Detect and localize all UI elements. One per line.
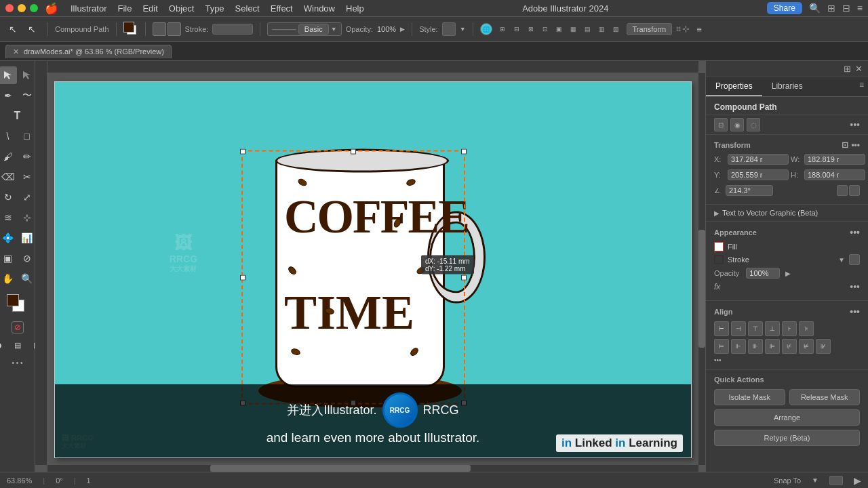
draw-mode-normal[interactable] xyxy=(153,22,166,36)
w-value-input[interactable] xyxy=(804,154,865,165)
text-to-vector-section[interactable]: ▶ Text to Vector Graphic (Beta) xyxy=(706,205,868,222)
tab-libraries[interactable]: Libraries xyxy=(762,77,812,96)
angle-input[interactable] xyxy=(726,185,773,196)
align-bottom-edge[interactable]: ⊧ xyxy=(799,321,814,336)
stroke-options-icon[interactable] xyxy=(849,254,860,265)
distribute-right[interactable]: ⊪ xyxy=(748,339,763,354)
align-top-edge[interactable]: ⊥ xyxy=(765,321,780,336)
transform-flip-h-icon[interactable] xyxy=(837,185,848,196)
status-more-icon[interactable]: ▶ xyxy=(854,475,861,486)
align-left-icon[interactable]: ⊞ xyxy=(496,23,509,35)
share-button[interactable]: Share xyxy=(767,2,802,14)
opacity-expand-icon[interactable]: ▶ xyxy=(400,26,405,33)
y-value-input[interactable] xyxy=(728,169,789,180)
basic-mode-selector[interactable]: Basic xyxy=(298,24,329,35)
symbol-sprayer-tool[interactable]: 💠 xyxy=(0,229,17,247)
foreground-color-swatch[interactable] xyxy=(7,294,19,306)
select-tool-icon[interactable]: ↖ xyxy=(4,20,22,38)
paintbrush-tool[interactable]: 🖌 xyxy=(0,148,17,165)
curvature-tool[interactable]: 〜 xyxy=(18,87,36,104)
draw-mode-behind[interactable] xyxy=(167,22,181,36)
horizontal-scrollbar[interactable] xyxy=(47,465,698,472)
menu-window[interactable]: Window xyxy=(304,3,335,14)
eraser-tool[interactable]: ⌫ xyxy=(0,168,17,186)
align-more-icon[interactable]: ••• xyxy=(850,306,860,317)
mode-chevron-icon[interactable]: ▼ xyxy=(331,26,337,33)
align-bottom-icon[interactable]: ▦ xyxy=(568,23,580,35)
warp-tool[interactable]: ≋ xyxy=(0,209,17,226)
align-extra2-icon[interactable]: ▥ xyxy=(596,23,608,35)
globe-icon[interactable]: 🌐 xyxy=(480,23,492,35)
appearance-more-icon[interactable]: ••• xyxy=(850,227,860,238)
hand-tool[interactable]: ✋ xyxy=(0,270,17,287)
transform-button[interactable]: Transform xyxy=(627,23,673,35)
scroll-thumb-h[interactable] xyxy=(210,465,471,472)
file-tab[interactable]: ✕ drawModes.ai* @ 63.86 % (RGB/Preview) xyxy=(5,45,172,58)
align-extra3-icon[interactable]: ▧ xyxy=(610,23,623,35)
menu-illustrator[interactable]: Illustrator xyxy=(71,3,106,14)
scroll-thumb-v[interactable] xyxy=(698,230,705,347)
reshape-tool[interactable]: ⊹ xyxy=(18,209,36,226)
menu-help[interactable]: Help xyxy=(346,3,364,14)
opacity-input[interactable] xyxy=(746,268,780,279)
align-right-icon[interactable]: ⊠ xyxy=(525,23,537,35)
direct-select-icon[interactable]: ↖ xyxy=(23,20,41,38)
color-mode-icon[interactable]: ◑ xyxy=(0,336,7,354)
stroke-color-box[interactable] xyxy=(714,255,724,264)
rotate-tool[interactable]: ↻ xyxy=(0,188,17,206)
video-control-icon[interactable] xyxy=(829,476,843,485)
panel-icon[interactable]: ⊟ xyxy=(842,3,850,14)
align-h-center[interactable]: ⊣ xyxy=(731,321,746,336)
pattern-icon[interactable]: ▩ xyxy=(28,336,36,354)
menu-edit[interactable]: Edit xyxy=(142,3,157,14)
stroke-chevron-icon[interactable]: ▼ xyxy=(838,256,845,264)
snap-chevron-icon[interactable]: ▼ xyxy=(812,476,818,484)
qa-icon3[interactable]: ◌ xyxy=(747,118,760,131)
panel-close-icon[interactable]: ✕ xyxy=(855,64,863,74)
transform-more-icon[interactable]: ••• xyxy=(851,140,860,150)
h-value-input[interactable] xyxy=(804,169,865,180)
maximize-button[interactable] xyxy=(30,4,38,12)
menu-object[interactable]: Object xyxy=(169,3,195,14)
close-tab-icon[interactable]: ✕ xyxy=(13,47,19,56)
type-tool[interactable]: T xyxy=(9,107,26,125)
handle-tl[interactable] xyxy=(240,149,245,155)
align-right-edge[interactable]: ⊤ xyxy=(748,321,763,336)
align-center-icon[interactable]: ⊟ xyxy=(511,23,523,35)
panel-arrange-icon[interactable]: ⊞ xyxy=(844,64,851,74)
artboard-tool[interactable]: ▣ xyxy=(0,249,17,267)
tab-properties[interactable]: Properties xyxy=(706,77,762,96)
none-swatch[interactable]: ⊘ xyxy=(12,321,24,333)
arrange-button[interactable]: Arrange xyxy=(714,409,860,426)
align-v-center[interactable]: ⊦ xyxy=(782,321,797,336)
zoom-tool[interactable]: 🔍 xyxy=(18,270,36,287)
search-icon[interactable]: 🔍 xyxy=(809,3,821,14)
retype-button[interactable]: Retype (Beta) xyxy=(714,430,860,446)
fx-more-icon[interactable]: ••• xyxy=(850,281,860,292)
align-top-icon[interactable]: ⊡ xyxy=(539,23,551,35)
toolbar-more-icon[interactable]: ≡ xyxy=(696,24,702,35)
qa-icon2[interactable]: ◉ xyxy=(730,118,744,131)
isolate-mask-button[interactable]: Isolate Mask xyxy=(714,389,785,405)
align-middle-icon[interactable]: ▣ xyxy=(553,23,566,35)
distribute-bottom[interactable]: ⊭ xyxy=(799,339,814,354)
style-preview[interactable] xyxy=(442,22,456,36)
more-tools-button[interactable]: • • • xyxy=(12,359,22,367)
style-chevron-icon[interactable]: ▼ xyxy=(460,26,466,33)
distribute-spacing[interactable]: ⊮ xyxy=(816,339,831,354)
align-left-edge[interactable]: ⊢ xyxy=(714,321,729,336)
transform-expand-icon[interactable]: ⊡ xyxy=(842,140,848,150)
pen-tool[interactable]: ✒ xyxy=(0,87,17,104)
vertical-scrollbar[interactable] xyxy=(698,73,705,465)
slice-tool[interactable]: ⊘ xyxy=(18,249,36,267)
close-button[interactable] xyxy=(5,4,14,12)
handle-ml[interactable] xyxy=(240,274,245,280)
panel-collapse-icon[interactable]: ≡ xyxy=(855,77,868,96)
distribute-top[interactable]: ⊫ xyxy=(765,339,780,354)
warp-icon[interactable]: ⌗ xyxy=(676,24,681,35)
stroke-input[interactable] xyxy=(212,24,253,35)
scissors-tool[interactable]: ✂ xyxy=(18,168,36,186)
align-extra-icon[interactable]: ▤ xyxy=(582,23,594,35)
distribute-left[interactable]: ⊨ xyxy=(714,339,729,354)
transform-flip-v-icon[interactable] xyxy=(849,185,860,196)
